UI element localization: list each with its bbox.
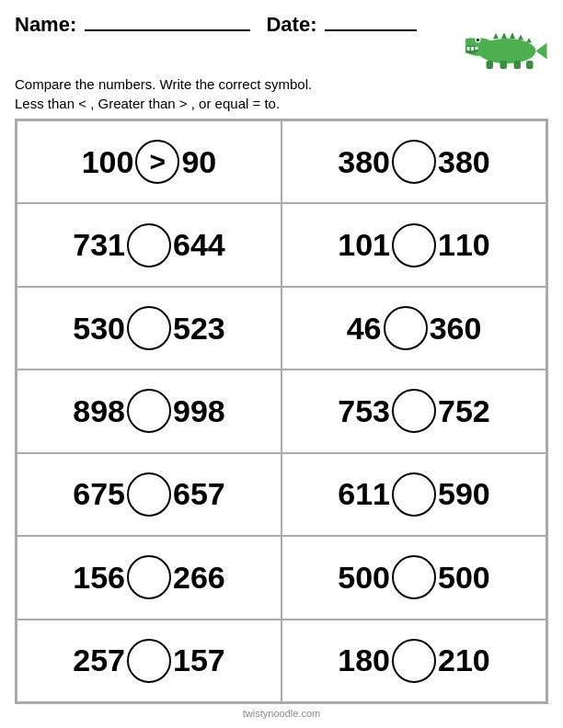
- circle-2-right[interactable]: [392, 223, 436, 267]
- circle-7-left[interactable]: [127, 639, 171, 683]
- date-input-line: [325, 29, 417, 31]
- cell-row2-right: 101 110: [282, 203, 546, 286]
- cell-row1-right: 380 380: [282, 120, 546, 203]
- cell-row3-right: 46 360: [282, 287, 546, 370]
- num-1-right2: 380: [438, 144, 490, 180]
- circle-2-left[interactable]: [127, 223, 171, 267]
- num-3-left1: 530: [73, 311, 125, 347]
- instruction-line2: Less than < , Greater than > , or equal …: [15, 94, 548, 113]
- svg-rect-11: [500, 61, 508, 69]
- name-date-area: Name: Date:: [15, 13, 417, 37]
- num-7-left2: 180: [338, 643, 390, 678]
- instruction-line1: Compare the numbers. Write the correct s…: [15, 74, 548, 94]
- cell-row1-left: 100 > 90: [17, 120, 282, 203]
- svg-marker-17: [518, 35, 523, 40]
- num-4-left2: 753: [338, 393, 390, 429]
- num-5-right2: 590: [438, 476, 490, 512]
- svg-marker-16: [510, 32, 515, 39]
- circle-6-left[interactable]: [127, 555, 171, 599]
- circle-5-left[interactable]: [127, 472, 171, 517]
- svg-rect-13: [526, 61, 534, 69]
- cell-row7-left: 257 157: [17, 620, 282, 702]
- num-2-right1: 644: [173, 227, 225, 263]
- svg-marker-14: [493, 33, 499, 39]
- num-7-right1: 157: [173, 643, 225, 678]
- page: Name: Date:: [0, 0, 563, 728]
- date-label: Date:: [266, 13, 316, 36]
- svg-rect-8: [471, 47, 474, 51]
- cell-row7-right: 180 210: [282, 620, 546, 702]
- cell-row5-right: 611 590: [282, 453, 546, 536]
- svg-marker-1: [536, 43, 547, 60]
- instructions: Compare the numbers. Write the correct s…: [15, 74, 548, 113]
- num-6-left2: 500: [338, 560, 390, 596]
- svg-point-6: [477, 39, 479, 41]
- svg-marker-15: [501, 32, 507, 39]
- cell-row4-right: 753 752: [282, 370, 546, 452]
- alligator-icon: [465, 13, 548, 73]
- cell-row5-left: 675 657: [17, 453, 282, 536]
- circle-3-right[interactable]: [384, 306, 428, 350]
- circle-3-left[interactable]: [127, 306, 171, 350]
- num-6-right2: 500: [438, 560, 490, 596]
- num-2-right2: 110: [438, 227, 490, 263]
- circle-4-right[interactable]: [392, 389, 436, 433]
- svg-rect-9: [476, 47, 478, 50]
- num-6-right1: 266: [173, 560, 225, 596]
- num-6-left1: 156: [73, 560, 125, 596]
- num-1-left1: 100: [82, 144, 134, 180]
- svg-marker-18: [526, 38, 532, 42]
- circle-4-left[interactable]: [127, 389, 171, 433]
- num-3-right2: 360: [430, 311, 482, 347]
- num-5-left2: 611: [338, 476, 390, 512]
- cell-row6-left: 156 266: [17, 536, 282, 619]
- num-4-right2: 752: [438, 393, 490, 429]
- name-input-line: [85, 29, 250, 31]
- num-3-right1: 523: [173, 311, 225, 347]
- circle-7-right[interactable]: [392, 639, 436, 683]
- num-2-left2: 101: [338, 227, 390, 263]
- cell-row4-left: 898 998: [17, 370, 282, 452]
- num-3-left2: 46: [347, 311, 382, 347]
- circle-6-right[interactable]: [392, 555, 436, 599]
- svg-rect-10: [487, 61, 494, 69]
- name-label: Name:: [15, 13, 76, 36]
- svg-rect-12: [514, 61, 522, 69]
- num-5-left1: 675: [73, 476, 125, 512]
- num-1-right1: 90: [181, 144, 216, 180]
- svg-rect-7: [467, 47, 470, 51]
- num-4-right1: 998: [173, 393, 225, 429]
- cell-row3-left: 530 523: [17, 287, 282, 370]
- circle-1-right[interactable]: [392, 140, 436, 184]
- num-4-left1: 898: [73, 393, 125, 429]
- num-2-left1: 731: [73, 227, 125, 263]
- cell-row6-right: 500 500: [282, 536, 546, 619]
- cell-row2-left: 731 644: [17, 203, 282, 286]
- circle-1-left[interactable]: >: [135, 140, 179, 184]
- comparison-grid: 100 > 90 380 380 731 644 101 110 530 523…: [15, 119, 548, 704]
- num-1-left2: 380: [338, 144, 390, 180]
- footer: twistynoodle.com: [15, 704, 548, 719]
- num-7-right2: 210: [438, 643, 490, 678]
- header-row: Name: Date:: [15, 13, 548, 73]
- num-7-left1: 257: [73, 643, 125, 678]
- circle-5-right[interactable]: [392, 472, 436, 517]
- num-5-right1: 657: [173, 476, 225, 512]
